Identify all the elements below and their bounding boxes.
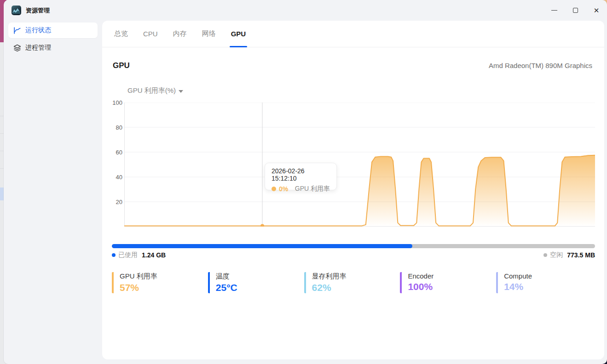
stat-value: 57% — [120, 282, 208, 293]
series-dot-icon — [272, 187, 276, 191]
close-icon: ✕ — [594, 7, 600, 14]
stat-gpu-utilization: GPU 利用率 57% — [112, 272, 208, 293]
window-title: 资源管理 — [26, 6, 50, 15]
minimize-icon — [551, 10, 557, 11]
stat-value: 100% — [408, 281, 496, 292]
y-axis-tick: 40 — [109, 174, 122, 181]
window-controls: ✕ — [543, 0, 607, 21]
title-bar: 资源管理 ✕ — [4, 0, 607, 21]
sidebar-item-label: 进程管理 — [25, 44, 51, 52]
stat-compute: Compute 14% — [496, 272, 592, 293]
y-axis-tick: 60 — [109, 149, 122, 156]
vram-used-segment — [112, 244, 412, 248]
vram-usage-bar — [112, 244, 595, 248]
gpu-heading: GPU — [113, 61, 130, 70]
chart-tooltip: 2026-02-26 15:12:10 0% GPU 利用率 — [265, 163, 337, 190]
app-window: 资源管理 ✕ 运行状态 进程 — [4, 0, 607, 364]
y-axis-tick: 80 — [109, 124, 122, 131]
stat-value: 62% — [312, 282, 400, 293]
sidebar-item-running-status[interactable]: 运行状态 — [8, 23, 98, 38]
free-value: 773.5 MB — [567, 251, 595, 259]
chevron-down-icon — [179, 90, 183, 93]
tab-network[interactable]: 网络 — [202, 21, 216, 47]
metric-selector-dropdown[interactable]: GPU 利用率(%) — [127, 86, 183, 95]
stat-value: 25°C — [216, 282, 304, 293]
stat-vram-utilization: 显存利用率 62% — [304, 272, 400, 293]
free-label: 空闲 — [550, 251, 563, 259]
layers-icon — [13, 44, 21, 52]
tooltip-series-row: 0% GPU 利用率 — [272, 185, 330, 193]
gpu-header-row: GPU Amd Radeon(TM) 890M Graphics — [113, 61, 592, 70]
stat-label: Compute — [504, 272, 592, 280]
used-dot-icon — [112, 253, 116, 257]
trend-chart-icon — [13, 27, 21, 34]
used-value: 1.24 GB — [142, 251, 166, 259]
metric-selector-label: GPU 利用率(%) — [127, 86, 176, 95]
app-logo-icon — [12, 6, 21, 15]
stat-label: 温度 — [216, 272, 304, 281]
tab-memory[interactable]: 内存 — [173, 21, 187, 47]
stat-label: 显存利用率 — [312, 272, 400, 281]
gpu-device-name: Amd Radeon(TM) 890M Graphics — [489, 62, 592, 69]
main-panel: 总览 CPU 内存 网络 GPU GPU Amd Radeon(TM) 890M… — [102, 21, 604, 359]
y-axis-tick: 20 — [109, 199, 122, 205]
tab-cpu[interactable]: CPU — [143, 21, 158, 47]
sidebar-item-label: 运行状态 — [25, 26, 51, 34]
stat-label: Encoder — [408, 272, 496, 280]
gpu-stats-row: GPU 利用率 57% 温度 25°C 显存利用率 62% Encoder 10… — [112, 272, 592, 293]
y-axis-tick: 100 — [109, 99, 122, 106]
stat-label: GPU 利用率 — [120, 272, 208, 281]
tab-gpu[interactable]: GPU — [231, 21, 246, 47]
gpu-utilization-chart[interactable] — [124, 102, 595, 227]
maximize-icon — [573, 8, 578, 13]
used-label: 已使用 — [118, 251, 138, 259]
maximize-button[interactable] — [565, 0, 586, 21]
y-axis: 100 80 60 40 20 — [109, 102, 122, 227]
stat-value: 14% — [504, 281, 592, 292]
tooltip-series-name: GPU 利用率 — [295, 185, 330, 193]
tooltip-value: 0% — [279, 185, 288, 193]
tooltip-timestamp: 2026-02-26 15:12:10 — [272, 167, 330, 182]
stat-encoder: Encoder 100% — [400, 272, 496, 293]
vram-legend: 已使用 1.24 GB 空闲 773.5 MB — [112, 251, 595, 259]
close-button[interactable]: ✕ — [586, 0, 607, 21]
stat-temperature: 温度 25°C — [208, 272, 304, 293]
tab-overview[interactable]: 总览 — [114, 21, 128, 47]
free-legend: 空闲 773.5 MB — [543, 251, 595, 259]
tab-bar: 总览 CPU 内存 网络 GPU — [102, 21, 604, 47]
free-dot-icon — [543, 253, 547, 257]
sidebar: 运行状态 进程管理 — [4, 21, 102, 364]
minimize-button[interactable] — [543, 0, 565, 21]
sidebar-item-process-management[interactable]: 进程管理 — [8, 40, 98, 56]
